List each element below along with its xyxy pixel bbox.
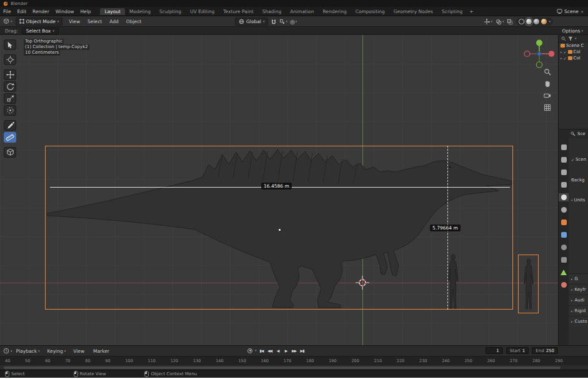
expand-arrow-icon[interactable]: ▸	[561, 56, 562, 60]
units-panel-header[interactable]: ▾ Units	[571, 198, 585, 203]
jump-to-start-button[interactable]: ▮◀	[258, 346, 266, 355]
viewport-menu[interactable]: Add	[106, 19, 122, 24]
workspace-tab[interactable]: Texture Paint	[219, 8, 257, 15]
cursor-tool[interactable]	[4, 54, 16, 65]
properties-tab-world-icon[interactable]	[561, 207, 567, 213]
checkbox-icon[interactable]: ✓	[564, 56, 567, 61]
scene-field-row[interactable]: ✓ Scen	[571, 157, 586, 162]
scene-selector[interactable]: Scene ✕	[557, 9, 588, 14]
drag-mode-dropdown[interactable]: Select Box ▾	[22, 28, 59, 34]
camera-view-icon[interactable]	[543, 91, 552, 100]
viewport-menu[interactable]: Object	[122, 19, 145, 24]
workspace-tab[interactable]: Sculpting	[155, 8, 186, 15]
start-frame-field[interactable]: Start 1	[506, 347, 529, 354]
search-icon[interactable]	[561, 36, 566, 41]
snap-toggle-button[interactable]	[271, 19, 277, 25]
options-dropdown[interactable]: Options ▾	[562, 28, 583, 34]
scene-unlink-icon[interactable]: ✕	[581, 9, 584, 14]
rotate-tool[interactable]	[4, 81, 16, 92]
outliner-item-row[interactable]: ▸ ✓ Col	[559, 49, 588, 55]
collapsed-panel-row[interactable]: ▸ Audi	[569, 295, 588, 305]
workspace-tab[interactable]: UV Editing	[186, 8, 219, 15]
xray-toggle[interactable]	[507, 19, 513, 25]
grid-toggle-icon[interactable]	[543, 103, 552, 112]
properties-tab-physics-icon[interactable]	[561, 245, 567, 250]
navigation-gizmo[interactable]	[523, 38, 556, 70]
measure-midpoint-handle[interactable]	[279, 229, 281, 231]
workspace-tab[interactable]: Rendering	[318, 8, 351, 15]
collapsed-panel-row[interactable]: ▸ G	[569, 273, 588, 284]
properties-tab-render-icon[interactable]	[561, 157, 567, 163]
end-frame-field[interactable]: End 250	[532, 347, 558, 354]
menubar-menu[interactable]: Help	[77, 9, 94, 14]
show-overlays-dropdown[interactable]: ▾	[496, 19, 504, 25]
jump-to-end-button[interactable]: ▶▮	[299, 346, 306, 355]
proportional-editing-button[interactable]: ◎ ▾	[290, 19, 297, 25]
background-field-row[interactable]: Backg	[571, 178, 584, 183]
human-scale-figure-selected[interactable]	[521, 258, 536, 313]
editor-type-button[interactable]: ▾	[0, 18, 16, 24]
menubar-menu[interactable]: Edit	[14, 9, 30, 14]
move-tool[interactable]	[4, 69, 16, 80]
timeline-menu[interactable]: Marker	[89, 348, 114, 354]
filter-icon[interactable]	[568, 36, 573, 41]
snap-mode-dropdown[interactable]: ▾	[279, 19, 287, 24]
timeline-menu[interactable]: View	[69, 348, 89, 354]
properties-tab-modifiers-icon[interactable]	[561, 232, 567, 238]
timeline-editor-button[interactable]: ▾	[0, 348, 12, 354]
transform-tool[interactable]	[4, 105, 16, 116]
object-mode-dropdown[interactable]: Object Mode ▾	[16, 18, 63, 26]
measure-tool[interactable]	[4, 132, 16, 143]
viewport-menu[interactable]: Select	[84, 19, 106, 24]
show-gizmo-dropdown[interactable]: ▾	[484, 19, 492, 25]
play-reverse-button[interactable]: ◀	[274, 346, 282, 355]
shading-wireframe-button[interactable]	[519, 19, 524, 24]
workspace-tab[interactable]: Animation	[286, 8, 318, 15]
menubar-menu[interactable]: Render	[29, 9, 52, 14]
workspace-tab[interactable]: Scripting	[437, 8, 467, 15]
properties-tab-viewlayer-icon[interactable]	[561, 182, 567, 188]
properties-tab-tool-icon[interactable]	[561, 144, 567, 150]
workspace-tab[interactable]: +	[467, 8, 476, 15]
outliner-item-row[interactable]: ▸ ✓ Col	[559, 55, 588, 61]
timeline-menu[interactable]: Keying ▾	[44, 348, 70, 354]
next-keyframe-button[interactable]: ▶▶	[291, 346, 298, 355]
current-frame-field[interactable]: 1	[486, 347, 503, 354]
tweak-select-tool[interactable]	[4, 39, 16, 50]
3d-viewport[interactable]: 16.4586 m 5.79664 m Top Orthographic (1)…	[0, 35, 558, 345]
workspace-tab[interactable]: Compositing	[351, 8, 389, 15]
workspace-tab[interactable]: Modeling	[125, 8, 155, 15]
properties-tab-constraints-icon[interactable]	[561, 257, 567, 263]
workspace-tab[interactable]: Geometry Nodes	[389, 8, 437, 15]
timeline-scrollbar[interactable]	[4, 366, 561, 369]
prev-keyframe-button[interactable]: ◀◀	[266, 346, 274, 355]
properties-tab-material-icon[interactable]	[561, 282, 567, 288]
scale-tool[interactable]	[4, 93, 16, 104]
checkbox-icon[interactable]: ✓	[564, 50, 567, 54]
annotate-tool[interactable]	[4, 120, 16, 131]
viewport-menu[interactable]: View	[65, 19, 84, 24]
play-button[interactable]: ▶	[282, 346, 290, 355]
shading-rendered-button[interactable]	[541, 19, 547, 24]
collapsed-panel-row[interactable]: ▸ Custo	[569, 316, 588, 326]
workspace-tab[interactable]: Shading	[258, 8, 286, 15]
frame-ruler[interactable]: 4050607080901001101201301401501601701801…	[0, 356, 588, 365]
properties-tab-object-icon[interactable]	[561, 220, 567, 225]
properties-tab-scene-icon[interactable]	[561, 195, 567, 200]
shading-material-button[interactable]	[534, 19, 539, 24]
transform-orientation-dropdown[interactable]: Global ▾	[235, 18, 268, 26]
workspace-tab[interactable]: Layout	[100, 8, 125, 15]
zoom-icon[interactable]	[543, 68, 552, 76]
properties-tab-objectdata-icon[interactable]	[561, 270, 567, 275]
auto-keyframe-toggle[interactable]	[247, 348, 252, 353]
expand-arrow-icon[interactable]: ▸	[561, 50, 562, 54]
menubar-menu[interactable]: Window	[52, 9, 77, 14]
collapsed-panel-row[interactable]: ▸ Rigid	[569, 305, 588, 316]
add-cube-tool[interactable]	[4, 147, 16, 158]
shading-solid-button[interactable]	[526, 19, 532, 24]
collapsed-panel-row[interactable]: ▸ Keyfr	[569, 284, 588, 295]
outliner-root-row[interactable]: Scene C	[559, 43, 588, 49]
properties-tab-output-icon[interactable]	[561, 169, 567, 175]
pan-hand-icon[interactable]	[543, 79, 552, 88]
menubar-menu[interactable]: File	[0, 9, 14, 14]
